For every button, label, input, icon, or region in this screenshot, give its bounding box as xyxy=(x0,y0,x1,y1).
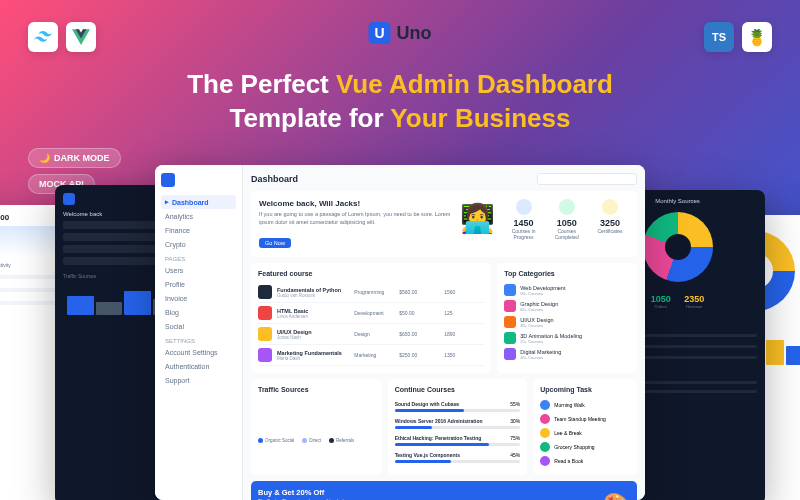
traffic-title: Traffic Sources xyxy=(258,386,375,393)
top-cat-title: Top Categories xyxy=(504,270,630,277)
hero-line2-accent: Your Business xyxy=(390,103,570,133)
vue-icon xyxy=(66,22,96,52)
top-categories-card: Top Categories Web Development90+ Course… xyxy=(497,263,637,373)
legend-item: Direct xyxy=(302,438,321,443)
sidebar-item-finance[interactable]: Finance xyxy=(161,224,236,237)
stat-card: 3250Certificates xyxy=(591,199,629,249)
upcoming-title: Upcoming Task xyxy=(540,386,630,393)
task-row[interactable]: Grocery Shopping xyxy=(540,440,630,454)
sidebar: ▸Dashboard Analytics Finance Crypto PAGE… xyxy=(155,165,243,500)
stat-card: 1450Courses in Progress xyxy=(505,199,543,249)
tailwind-icon xyxy=(28,22,58,52)
hero-line1-accent: Vue Admin Dashboard xyxy=(336,69,613,99)
continue-row[interactable]: Sound Design with Cubase55% xyxy=(395,398,521,415)
category-row[interactable]: Digital Marketing40+ Courses xyxy=(504,346,630,362)
category-row[interactable]: Web Development90+ Courses xyxy=(504,282,630,298)
welcome-illustration: 👩‍💻 xyxy=(459,199,497,237)
task-row[interactable]: Read a Book xyxy=(540,454,630,468)
welcome-title: Welcome back, Will Jacks! xyxy=(259,199,451,208)
sidebar-item-users[interactable]: Users xyxy=(161,264,236,277)
upcoming-card: Upcoming Task Morning WalkTeam Standup M… xyxy=(533,379,637,475)
course-row[interactable]: Fundamentals of PythonGuido van RossumPr… xyxy=(258,282,484,303)
sidebar-section-settings: SETTINGS xyxy=(161,338,236,344)
legend-item: Organic Social xyxy=(258,438,294,443)
page-title: Dashboard xyxy=(251,174,298,184)
featured-title: Featured course xyxy=(258,270,484,277)
hero-line1-pre: The Perfect xyxy=(187,69,336,99)
brand: U Uno xyxy=(369,22,432,44)
continue-card: Continue Courses Sound Design with Cubas… xyxy=(388,379,528,475)
task-row[interactable]: Morning Walk xyxy=(540,398,630,412)
continue-row[interactable]: Testing Vue.js Components45% xyxy=(395,449,521,466)
promo-illustration: 🎨 xyxy=(603,492,630,500)
category-row[interactable]: UI/UX Design30+ Courses xyxy=(504,314,630,330)
course-row[interactable]: HTML BasicLinus AndersenDevelopment$50.0… xyxy=(258,303,484,324)
main-dashboard-preview: ▸Dashboard Analytics Finance Crypto PAGE… xyxy=(155,165,645,500)
sidebar-item-support[interactable]: Support xyxy=(161,374,236,387)
task-row[interactable]: Team Standup Meeting xyxy=(540,412,630,426)
category-row[interactable]: Graphic Design85+ Courses xyxy=(504,298,630,314)
featured-course-card: Featured course Fundamentals of PythonGu… xyxy=(251,263,491,373)
hero-headline: The Perfect Vue Admin Dashboard Template… xyxy=(100,68,700,136)
welcome-card: Welcome back, Will Jacks! If you are goi… xyxy=(251,191,637,257)
continue-row[interactable]: Windows Server 2016 Administration30% xyxy=(395,415,521,432)
search-input[interactable] xyxy=(537,173,637,185)
promo-title: Buy & Get 20% Off xyxy=(258,488,348,497)
promo-banner: Buy & Get 20% Off The Design Theme to ma… xyxy=(251,481,637,500)
welcome-desc: If you are going to use a passage of Lor… xyxy=(259,211,451,226)
continue-title: Continue Courses xyxy=(395,386,521,393)
sidebar-item-social[interactable]: Social xyxy=(161,320,236,333)
hero-line2-pre: Template for xyxy=(230,103,391,133)
sidebar-item-crypto[interactable]: Crypto xyxy=(161,238,236,251)
stat-card: 1050Courses Completed xyxy=(548,199,586,249)
sidebar-item-auth[interactable]: Authentication xyxy=(161,360,236,373)
donut-chart xyxy=(643,212,713,282)
course-row[interactable]: UI/UX DesignJonas NashDesign$650.001890 xyxy=(258,324,484,345)
sidebar-section-pages: PAGES xyxy=(161,256,236,262)
traffic-card: Traffic Sources Organic SocialDirectRefe… xyxy=(251,379,382,475)
sidebar-item-dashboard[interactable]: ▸Dashboard xyxy=(161,195,236,209)
task-row[interactable]: Lee & Break xyxy=(540,426,630,440)
brand-name: Uno xyxy=(397,23,432,44)
course-row[interactable]: Marketing FundamentalsMaria DashMarketin… xyxy=(258,345,484,366)
sidebar-item-invoice[interactable]: Invoice xyxy=(161,292,236,305)
sidebar-item-analytics[interactable]: Analytics xyxy=(161,210,236,223)
brand-logo-icon: U xyxy=(369,22,391,44)
sidebar-item-profile[interactable]: Profile xyxy=(161,278,236,291)
sidebar-item-blog[interactable]: Blog xyxy=(161,306,236,319)
pinia-icon: 🍍 xyxy=(742,22,772,52)
continue-row[interactable]: Ethical Hacking: Penetration Testing75% xyxy=(395,432,521,449)
legend-item: Referrals xyxy=(329,438,354,443)
category-row[interactable]: 3D Animation & Modeling25+ Courses xyxy=(504,330,630,346)
sidebar-logo-icon xyxy=(161,173,175,187)
sidebar-item-account[interactable]: Account Settings xyxy=(161,346,236,359)
typescript-icon: TS xyxy=(704,22,734,52)
welcome-button[interactable]: Go Now xyxy=(259,238,291,248)
